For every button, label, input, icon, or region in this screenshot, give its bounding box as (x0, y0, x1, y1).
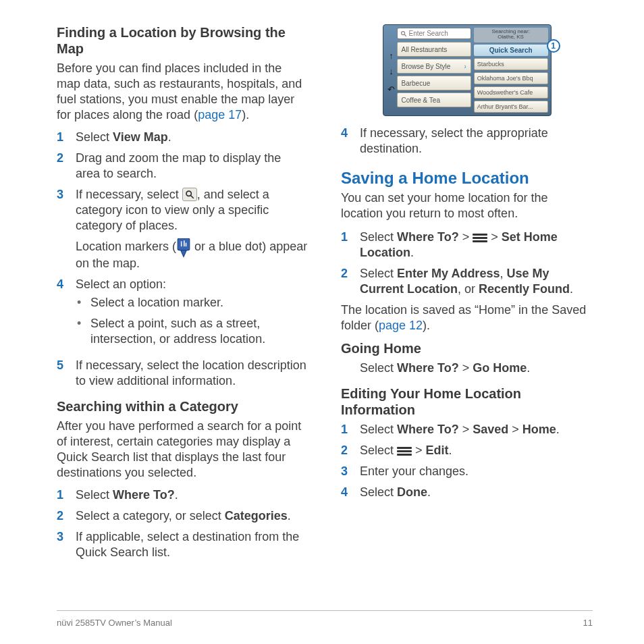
device-quick-search-header: Quick Search 1 (474, 45, 548, 56)
device-qs-item[interactable]: Oklahoma Joe's Bbq (474, 72, 548, 84)
heading-searching-category: Searching within a Category (57, 398, 308, 414)
svg-line-8 (404, 34, 406, 36)
heading-editing-home: Editing Your Home Location Information (341, 385, 593, 418)
intro-a: Before you can find places included in t… (57, 61, 302, 122)
step-number: 3 (57, 529, 66, 545)
step-2: 2 Select Enter My Address, Use My Curren… (341, 266, 593, 297)
device-qs-item[interactable]: Arthur Bryant's Bar... (474, 101, 548, 113)
step-text: Select > Edit. (360, 443, 593, 458)
heading-going-home: Going Home (341, 340, 593, 356)
device-side-icons: ↑ ↓ ↶ (386, 28, 397, 113)
left-column: Finding a Location by Browsing the Map B… (57, 24, 308, 601)
step-text: Select Where To?. (76, 487, 308, 503)
step-number: 1 (341, 230, 350, 245)
device-searching-near: Searching near: Olathe, KS (474, 28, 548, 43)
marker-icon (176, 240, 191, 257)
step-3: 3 If applicable, select a destination fr… (57, 529, 308, 560)
footer: nüvi 2585TV Owner’s Manual 11 (57, 610, 593, 628)
device-category-row[interactable]: Coffee & Tea (397, 92, 471, 107)
step-text: If applicable, select a destination from… (76, 529, 308, 560)
step-4: 4 Select an option: Select a location ma… (57, 277, 308, 352)
step-3-continue: Location markers ( or a blue dot) appear… (76, 239, 308, 271)
step-number: 2 (57, 151, 66, 166)
search-icon (182, 188, 197, 201)
step-2: 2 Select > Edit. (341, 443, 593, 458)
step-text: If necessary, select the appropriate des… (360, 126, 593, 157)
steps-editing-home: 1 Select Where To? > Saved > Home. 2 Sel… (341, 422, 593, 500)
up-arrow-icon: ↑ (389, 51, 394, 61)
device-qs-item[interactable]: Woodswether's Cafe (474, 86, 548, 99)
device-category-row[interactable]: All Restaurants (397, 42, 471, 57)
device-search-input[interactable]: Enter Search (397, 28, 471, 39)
step-number: 1 (57, 130, 66, 145)
step-5: 5 If necessary, select the location desc… (57, 358, 308, 389)
search-icon (400, 30, 407, 37)
step-1: 1 Select Where To?. (57, 487, 308, 503)
step-3: 3 If necessary, select , and select a ca… (57, 187, 308, 271)
step-text: Drag and zoom the map to display the are… (76, 151, 308, 182)
step-text: Select a category, or select Categories. (76, 508, 308, 524)
back-arrow-icon: ↶ (387, 84, 395, 95)
link-page-12[interactable]: page 12 (379, 319, 423, 332)
step-2: 2 Drag and zoom the map to display the a… (57, 151, 308, 182)
intro-b: ). (242, 108, 249, 122)
going-home-line: Select Where To? > Go Home. (360, 360, 593, 376)
intro-paragraph: Before you can find places included in t… (57, 61, 308, 123)
step-4-right: 4 If necessary, select the appropriate d… (341, 126, 593, 157)
footer-left: nüvi 2585TV Owner’s Manual (57, 618, 172, 628)
page: Finding a Location by Browsing the Map B… (0, 0, 644, 644)
step-number: 1 (57, 487, 66, 503)
h2-intro: You can set your home location for the l… (341, 190, 593, 221)
step-number: 3 (57, 187, 66, 203)
down-arrow-icon: ↓ (389, 66, 394, 76)
step-number: 4 (57, 277, 66, 292)
svg-rect-5 (184, 241, 185, 247)
menu-icon (397, 446, 412, 456)
step-number: 3 (341, 464, 350, 479)
step-number: 2 (341, 443, 350, 458)
step-4: 4 Select Done. (341, 485, 593, 500)
step-number: 1 (341, 422, 350, 437)
device-screenshot: ↑ ↓ ↶ Enter Search All Restaurants Brows… (383, 24, 552, 116)
device-category-row[interactable]: Barbecue (397, 76, 471, 90)
step-text: Select Where To? > Saved > Home. (360, 422, 593, 437)
chevron-right-icon: › (464, 63, 466, 70)
step-1: 1 Select Where To? > > Set Home Location… (341, 230, 593, 261)
step-number: 4 (341, 485, 350, 500)
s2-intro: After you have performed a search for a … (57, 419, 308, 481)
svg-rect-4 (181, 243, 182, 246)
step-text: Select an option: Select a location mark… (76, 277, 308, 352)
step-number: 2 (341, 266, 350, 281)
step-1: 1 Select View Map. (57, 130, 308, 145)
device-qs-item[interactable]: Starbucks (474, 58, 548, 70)
step-number: 5 (57, 358, 66, 373)
step-4-options: Select a location marker. Select a point… (76, 295, 308, 347)
link-page-17[interactable]: page 17 (198, 108, 242, 122)
step-number: 2 (57, 508, 66, 524)
step-text: Select Done. (360, 485, 593, 500)
svg-point-7 (401, 31, 404, 34)
steps-continued: 4 If necessary, select the appropriate d… (341, 126, 593, 157)
bullet: Select a point, such as a street, inters… (76, 316, 308, 347)
device-category-row[interactable]: Browse By Style› (397, 59, 471, 74)
step-2: 2 Select a category, or select Categorie… (57, 508, 308, 524)
callout-1: 1 (547, 39, 560, 53)
h2-after: The location is saved as “Home” in the S… (341, 302, 593, 333)
steps-saving-home: 1 Select Where To? > > Set Home Location… (341, 230, 593, 297)
svg-line-1 (190, 196, 193, 198)
svg-point-3 (181, 242, 182, 243)
columns: Finding a Location by Browsing the Map B… (57, 24, 593, 601)
steps-finding: 1 Select View Map. 2 Drag and zoom the m… (57, 130, 308, 389)
step-text: Select View Map. (76, 130, 308, 145)
svg-rect-6 (186, 243, 187, 246)
step-3: 3 Enter your changes. (341, 464, 593, 479)
bullet: Select a location marker. (76, 295, 308, 311)
step-1: 1 Select Where To? > Saved > Home. (341, 422, 593, 437)
steps-searching: 1 Select Where To?. 2 Select a category,… (57, 487, 308, 560)
step-text: If necessary, select , and select a cate… (76, 187, 308, 271)
step-text: Select Where To? > > Set Home Location. (360, 230, 593, 261)
menu-icon (473, 233, 487, 242)
step-text: Select Enter My Address, Use My Current … (360, 266, 593, 297)
footer-page-number: 11 (583, 618, 593, 628)
step-text: Enter your changes. (360, 464, 593, 479)
